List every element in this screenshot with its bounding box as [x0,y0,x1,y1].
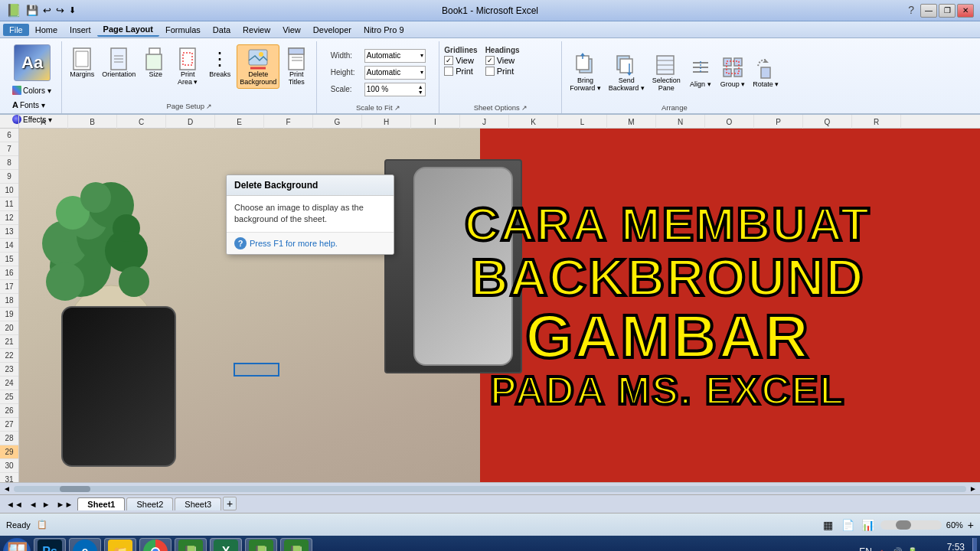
menu-review[interactable]: Review [237,24,276,36]
taskbar-app7[interactable]: 📗 [245,538,277,551]
main-area: 6 7 8 9 10 11 12 13 14 15 16 17 18 19 20… [0,129,980,482]
taskbar-app5[interactable]: 📗 [175,538,207,551]
quick-access-more[interactable]: ⬇ [69,5,76,15]
col-header-r[interactable]: R [852,115,901,129]
scale-dialog-launcher[interactable]: ↗ [394,104,400,112]
col-header-l[interactable]: L [558,115,607,129]
prev-sheet-btn[interactable]: ◄◄ [3,500,26,509]
show-desktop-btn[interactable] [972,538,977,551]
page-setup-dialog-launcher[interactable]: ↗ [206,103,212,110]
ribbon-btn-group[interactable]: Group ▾ [717,54,749,91]
col-header-b[interactable]: B [68,115,117,129]
scale-height-input[interactable]: Automatic▾ [364,66,426,80]
taskbar-explorer[interactable]: 📁 [104,538,136,551]
col-header-d[interactable]: D [166,115,215,129]
start-button[interactable]: 🪟 [3,538,31,551]
sheet-tab-2[interactable]: Sheet2 [126,497,173,510]
ribbon-btn-breaks[interactable]: ⋮ Breaks [204,44,235,81]
ribbon-btn-delete-background[interactable]: DeleteBackground [237,44,279,89]
gridlines-print-checkbox[interactable] [444,67,453,76]
sheet-content[interactable]: Delete Background Choose an image to dis… [19,129,980,482]
ribbon-btn-print-titles[interactable]: PrintTitles [281,44,312,89]
maximize-button[interactable]: ❐ [939,4,956,18]
taskbar-app8[interactable]: 📗 [280,538,312,551]
col-header-i[interactable]: I [411,115,460,129]
ribbon-btn-orientation[interactable]: Orientation [99,44,139,81]
ribbon-btn-align[interactable]: Align ▾ [685,54,716,91]
zoom-in-icon[interactable]: + [968,519,974,531]
headings-view-checkbox[interactable] [485,56,495,65]
menu-home[interactable]: Home [29,24,64,36]
menu-insert[interactable]: Insert [64,24,97,36]
menu-nitro[interactable]: Nitro Pro 9 [358,24,410,36]
clock-area[interactable]: 7:53 26/11/2019 [923,542,965,551]
scale-input[interactable]: 100 %▲▼ [364,83,426,96]
taskbar-ie[interactable]: e [69,538,101,551]
taskbar-chrome[interactable] [139,538,172,551]
col-header-f[interactable]: F [264,115,313,129]
scroll-thumb[interactable] [60,486,90,492]
col-header-e[interactable]: E [215,115,264,129]
col-header-c[interactable]: C [117,115,166,129]
minimize-button[interactable]: — [920,4,937,18]
gridlines-view-checkbox[interactable] [444,56,453,65]
ribbon-btn-colors[interactable]: Colors ▾ [9,83,55,97]
quick-access-undo[interactable]: ↩ [43,5,51,16]
zoom-slider-thumb[interactable] [896,520,911,530]
close-button[interactable]: ✕ [957,4,974,18]
sheet-tab-1[interactable]: Sheet1 [77,497,125,510]
battery-icon[interactable]: 🔋 [907,547,918,552]
scroll-track[interactable] [14,486,966,492]
new-sheet-button[interactable]: + [223,497,237,510]
minimize-icon[interactable]: ? [903,4,919,18]
headings-print-checkbox[interactable] [485,67,495,76]
col-header-n[interactable]: N [656,115,705,129]
sheet-tab-3[interactable]: Sheet3 [175,497,221,510]
col-header-o[interactable]: O [705,115,754,129]
menu-data[interactable]: Data [207,24,237,36]
cell-selection-indicator[interactable] [234,363,279,377]
col-header-m[interactable]: M [607,115,656,129]
gridlines-view-row: View [444,56,477,65]
ribbon-btn-selection-pane[interactable]: SelectionPane [649,51,684,95]
col-header-g[interactable]: G [313,115,362,129]
menu-view[interactable]: View [276,24,307,36]
menu-developer[interactable]: Developer [307,24,358,36]
ribbon-btn-bring-forward[interactable]: BringForward ▾ [567,51,604,95]
scale-width-input[interactable]: Automatic▾ [364,49,426,63]
page-break-view-icon[interactable]: 📊 [861,517,876,533]
col-header-p[interactable]: P [754,115,803,129]
ribbon-btn-rotate[interactable]: Rotate ▾ [750,54,782,91]
col-header-q[interactable]: Q [803,115,852,129]
horizontal-scrollbar[interactable]: ◄ ► [0,482,980,494]
ribbon-btn-fonts[interactable]: A Fonts ▾ [9,98,55,112]
col-header-j[interactable]: J [460,115,509,129]
menu-formulas[interactable]: Formulas [159,24,207,36]
page-layout-view-icon[interactable]: 📄 [841,517,856,533]
next-sheet-btn[interactable]: ► [41,500,52,509]
themes-icon[interactable]: Aa [14,44,51,81]
taskbar-photoshop[interactable]: Ps [34,538,66,551]
ribbon-btn-size[interactable]: Size [140,44,171,81]
scroll-left-btn[interactable]: ◄ [3,484,11,493]
menu-page-layout[interactable]: Page Layout [97,23,159,37]
volume-icon[interactable]: 🔊 [892,547,903,552]
normal-view-icon[interactable]: ▦ [821,517,836,533]
taskbar-excel[interactable]: X [210,538,242,551]
prev-sheet-btn2[interactable]: ◄ [28,500,39,509]
scroll-right-btn[interactable]: ► [969,484,977,493]
ribbon-btn-margins[interactable]: Margins [67,44,97,81]
col-header-k[interactable]: K [509,115,558,129]
col-header-a[interactable]: A [19,115,68,129]
quick-access-redo[interactable]: ↪ [56,5,64,16]
sheet-options-dialog-launcher[interactable]: ↗ [521,104,528,112]
ribbon-btn-print-area[interactable]: PrintArea ▾ [172,44,203,89]
quick-access-save[interactable]: 💾 [26,5,38,16]
svg-point-52 [80,182,111,213]
network-icon[interactable]: 🔺 [877,547,887,552]
zoom-slider[interactable] [880,520,942,530]
last-sheet-btn[interactable]: ►► [54,500,77,509]
menu-file[interactable]: File [3,24,29,36]
ribbon-btn-send-backward[interactable]: SendBackward ▾ [606,51,648,95]
col-header-h[interactable]: H [362,115,411,129]
